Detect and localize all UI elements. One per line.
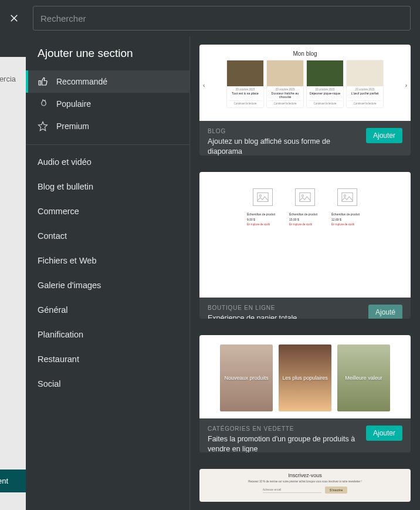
product-tile: Échantillon de produit 15,00 $ En ruptur… bbox=[289, 188, 321, 298]
image-placeholder-icon bbox=[295, 188, 315, 206]
blog-post-tile: 23 octobre 2023 Tout est à sa place Cont… bbox=[227, 60, 263, 107]
newsletter-title: Inscrivez-vous bbox=[235, 472, 375, 478]
newsletter-subtitle: Recevez 10 % de remise sur votre premier… bbox=[235, 480, 375, 483]
sidebar-cat-general[interactable]: Général bbox=[26, 298, 189, 322]
newsletter-preview: Inscrivez-vous Recevez 10 % de remise su… bbox=[199, 469, 411, 502]
topbar bbox=[0, 0, 420, 36]
categories-preview: Nouveaux produits Les plus populaires Me… bbox=[199, 335, 411, 418]
sidebar-cat-audio-video[interactable]: Audio et vidéo bbox=[26, 150, 189, 174]
svg-point-3 bbox=[302, 194, 303, 196]
blog-post-image bbox=[347, 60, 383, 86]
card-category-label: BOUTIQUE EN LIGNE bbox=[208, 305, 361, 311]
sidebar-cat-image-gallery[interactable]: Galerie d'images bbox=[26, 273, 189, 298]
sidebar: Ajouter une section Recommandé Populaire… bbox=[26, 36, 190, 510]
sidebar-pill-label: Premium bbox=[56, 121, 89, 131]
close-icon bbox=[9, 13, 19, 23]
sidebar-cat-contact[interactable]: Contact bbox=[26, 224, 189, 248]
svg-point-1 bbox=[259, 194, 261, 196]
category-tile: Nouveaux produits bbox=[220, 344, 273, 411]
carousel-prev-icon[interactable]: ‹ bbox=[203, 82, 205, 89]
card-description: Expérience de panier totale bbox=[208, 313, 361, 319]
card-description: Faites la promotion d'un groupe de produ… bbox=[208, 434, 359, 452]
carousel-next-icon[interactable]: › bbox=[405, 82, 407, 89]
added-button: Ajouté bbox=[368, 305, 402, 319]
flame-icon bbox=[38, 99, 48, 109]
svg-rect-0 bbox=[258, 192, 268, 201]
add-button[interactable]: Ajouter bbox=[366, 128, 402, 143]
shop-preview: Échantillon de produit 9,00 $ En rupture… bbox=[199, 172, 411, 298]
card-description: Ajoutez un blog affiché sous forme de di… bbox=[208, 137, 359, 156]
blog-post-image bbox=[227, 60, 263, 86]
blog-post-image bbox=[267, 60, 303, 86]
svg-rect-2 bbox=[300, 192, 310, 201]
section-card-featured-categories: Nouveaux produits Les plus populaires Me… bbox=[199, 335, 411, 452]
section-card-newsletter: Inscrivez-vous Recevez 10 % de remise su… bbox=[199, 469, 411, 502]
sidebar-pill-popular[interactable]: Populaire bbox=[26, 93, 189, 115]
blog-post-tile: 23 octobre 2023 Douceur fraîche au choco… bbox=[267, 60, 303, 107]
blog-post-image bbox=[307, 60, 343, 86]
sidebar-cat-files-web[interactable]: Fichiers et Web bbox=[26, 248, 189, 273]
sidebar-cat-planning[interactable]: Planification bbox=[26, 322, 189, 347]
newsletter-email-field: Adresse email bbox=[263, 487, 321, 493]
card-category-label: BLOG bbox=[208, 128, 359, 134]
sidebar-divider bbox=[26, 144, 189, 145]
close-button[interactable] bbox=[6, 10, 22, 26]
product-tile: Échantillon de produit 9,00 $ En rupture… bbox=[247, 188, 279, 298]
sidebar-cat-commerce[interactable]: Commerce bbox=[26, 199, 189, 224]
sidebar-pill-label: Recommandé bbox=[56, 77, 107, 86]
sidebar-cat-blog-bulletin[interactable]: Blog et bulletin bbox=[26, 174, 189, 199]
blog-preview: ‹ › Mon blog 23 octobre 2023 Tout est à … bbox=[199, 45, 411, 121]
section-cards-list: ‹ › Mon blog 23 octobre 2023 Tout est à … bbox=[190, 36, 420, 510]
sidebar-pill-label: Populaire bbox=[56, 99, 91, 109]
sidebar-pill-recommended[interactable]: Recommandé bbox=[26, 70, 189, 93]
sidebar-cat-social[interactable]: Social bbox=[26, 371, 189, 396]
card-category-label: CATÉGORIES EN VEDETTE bbox=[208, 425, 359, 432]
sidebar-cat-restaurant[interactable]: Restaurant bbox=[26, 347, 189, 371]
sidebar-pill-premium[interactable]: Premium bbox=[26, 115, 189, 137]
svg-rect-4 bbox=[342, 192, 353, 201]
blog-post-tile: 23 octobre 2023 L'œuf poché parfait Cont… bbox=[347, 60, 383, 107]
sidebar-title: Ajouter une section bbox=[26, 36, 189, 70]
blog-preview-title: Mon blog bbox=[221, 50, 389, 57]
thumbs-up-icon bbox=[38, 76, 48, 87]
svg-point-5 bbox=[344, 194, 346, 196]
add-button[interactable]: Ajouter bbox=[366, 425, 402, 441]
add-section-overlay: Ajouter une section Recommandé Populaire… bbox=[0, 0, 420, 510]
newsletter-submit-button: S'inscrire bbox=[325, 487, 347, 494]
category-tile: Les plus populaires bbox=[279, 344, 331, 411]
category-tile: Meilleure valeur bbox=[337, 344, 390, 411]
image-placeholder-icon bbox=[253, 188, 273, 206]
blog-post-tile: 23 octobre 2023 Déjeuner pique-nique Con… bbox=[307, 60, 343, 107]
section-card-shop: Échantillon de produit 9,00 $ En rupture… bbox=[199, 172, 411, 319]
image-placeholder-icon bbox=[337, 188, 357, 206]
search-field-wrap[interactable] bbox=[33, 6, 411, 31]
product-tile: Échantillon de produit 12,69 $ En ruptur… bbox=[331, 188, 363, 298]
search-input[interactable] bbox=[40, 13, 403, 23]
section-card-blog: ‹ › Mon blog 23 octobre 2023 Tout est à … bbox=[199, 45, 411, 156]
star-icon bbox=[38, 121, 48, 131]
